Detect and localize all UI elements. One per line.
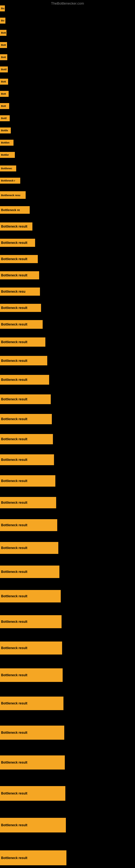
bottleneck-bar: Bottleneck result xyxy=(0,356,47,365)
bar-item: Bottleneck result xyxy=(0,565,59,578)
bar-item: Bottleneck result xyxy=(0,320,43,329)
bar-item: Bottle xyxy=(0,127,11,133)
bottleneck-bar: Bottlen xyxy=(0,140,13,146)
bottleneck-bar: Bottleneck result xyxy=(0,337,45,347)
bar-item: Bottleneck result xyxy=(0,590,61,602)
bar-item: Bottleneck result xyxy=(0,696,63,710)
bottleneck-bar: Bottleneck result xyxy=(0,696,63,710)
bottleneck-bar: Bottleneck result xyxy=(0,850,66,865)
bar-item: Bottlen xyxy=(0,140,13,146)
bottleneck-bar: Bottleneck result xyxy=(0,519,57,531)
bar-item: Bott xyxy=(0,30,6,36)
bottleneck-bar: Bottleneck result xyxy=(0,542,58,554)
bottleneck-bar: Bottleneck result xyxy=(0,669,63,682)
bar-item: Bott xyxy=(0,42,7,48)
bar-item: Bottleneck result xyxy=(0,615,61,628)
bar-item: Bottleneck re xyxy=(0,206,30,214)
bar-item: Bottleneck result xyxy=(0,818,66,833)
bottleneck-bar: Bo xyxy=(0,18,5,24)
bottleneck-bar: Bottleneck result xyxy=(0,434,53,444)
bar-item: Bottleneck result xyxy=(0,414,52,424)
bottleneck-bar: Bottleneck result xyxy=(0,565,59,578)
bottleneck-bar: Bottleneck result xyxy=(0,590,61,602)
bottleneck-bar: Bottleneck result xyxy=(0,375,49,384)
bottleneck-bar: Bottleneck result xyxy=(0,271,39,279)
bottleneck-bar: Bottleneck result xyxy=(0,454,54,465)
bar-item: Bottleneck result xyxy=(0,497,56,508)
bar-item: Bottler xyxy=(0,152,15,158)
bar-item: Bottleneck result xyxy=(0,725,64,740)
bar-item: Bottleneck r xyxy=(0,178,20,184)
bottleneck-bar: Bott xyxy=(0,30,6,36)
bar-item: Bottleneck result xyxy=(0,375,49,384)
bottleneck-bar: Bottleneck result xyxy=(0,725,64,740)
bar-item: Bott xyxy=(0,54,7,60)
bottleneck-bar: Bottleneck result xyxy=(0,255,38,263)
bottleneck-bar: Bottleneck re xyxy=(0,206,30,214)
bar-item: Bottleneck result xyxy=(0,255,38,263)
bar-item: Bottleneck result xyxy=(0,239,35,247)
bottleneck-bar: Bottle xyxy=(0,127,11,133)
bar-item: Bottleneck result xyxy=(0,337,45,347)
bottleneck-bar: Bottleneck result xyxy=(0,818,66,833)
bar-item: Bottleneck result xyxy=(0,454,54,465)
bar-item: Bottleneck result xyxy=(0,394,51,404)
bar-item: Bottleneck result xyxy=(0,356,47,365)
bottleneck-bar: Bottleneck result xyxy=(0,475,55,487)
bar-item: Bottleneck resu xyxy=(0,191,26,199)
bottleneck-bar: Bottleneck result xyxy=(0,320,43,329)
bottleneck-bar: Bottleneck result xyxy=(0,786,65,801)
bottleneck-bar: Bottleneck result xyxy=(0,615,61,628)
bar-item: Bottleneck result xyxy=(0,475,55,487)
bar-item: Bottleneck result xyxy=(0,304,41,312)
bottleneck-bar: Bott xyxy=(0,42,7,48)
bar-item: Bo xyxy=(0,18,5,24)
bottleneck-bar: Bottlenec xyxy=(0,165,16,172)
bar-item: Bottleneck result xyxy=(0,542,58,554)
bar-item: Bottleneck result xyxy=(0,271,39,279)
bar-item: Bottl xyxy=(0,115,10,121)
bar-item: Bott xyxy=(0,103,9,109)
bottleneck-bar: Bott xyxy=(0,103,9,109)
bar-item: Bottlenec xyxy=(0,165,16,172)
bottleneck-bar: Bottleneck resu xyxy=(0,191,26,199)
bar-item: Bottleneck result xyxy=(0,434,53,444)
bottleneck-bar: Bottleneck r xyxy=(0,178,20,184)
bottleneck-bar: Bottl xyxy=(0,115,10,121)
bar-item: Bott xyxy=(0,79,8,85)
bar-item: Bottleneck result xyxy=(0,850,66,865)
bar-item: Bott xyxy=(0,91,9,97)
bar-item: Bottleneck result xyxy=(0,755,65,770)
bar-item: Bottleneck result xyxy=(0,669,63,682)
bottleneck-bar: Bott xyxy=(0,79,8,85)
bottleneck-bar: Bottleneck result xyxy=(0,394,51,404)
bottleneck-bar: Bott xyxy=(0,91,9,97)
bottleneck-bar: Bo xyxy=(0,5,5,11)
bottleneck-bar: Bottleneck result xyxy=(0,239,35,247)
bottleneck-bar: Bottleneck result xyxy=(0,642,62,654)
bottleneck-bar: Bottleneck result xyxy=(0,497,56,508)
bottleneck-bar: Bottleneck result xyxy=(0,414,52,424)
bottleneck-bar: Bottler xyxy=(0,152,15,158)
bottleneck-bar: Bottleneck result xyxy=(0,304,41,312)
bar-item: Bottleneck result xyxy=(0,222,32,230)
bar-item: Bottleneck result xyxy=(0,519,57,531)
bottleneck-bar: Bottleneck result xyxy=(0,222,32,230)
bottleneck-bar: Bottleneck resu xyxy=(0,287,40,296)
site-title: TheBottlenecker.com xyxy=(51,1,84,5)
bar-item: Bottleneck result xyxy=(0,786,65,801)
bottleneck-bar: Bott xyxy=(0,54,7,60)
bar-item: Bo xyxy=(0,5,5,11)
bar-item: Bottleneck result xyxy=(0,642,62,654)
bottleneck-bar: Bottleneck result xyxy=(0,755,65,770)
bar-item: Bottl xyxy=(0,66,8,72)
bar-item: Bottleneck resu xyxy=(0,287,40,296)
bottleneck-bar: Bottl xyxy=(0,66,8,72)
